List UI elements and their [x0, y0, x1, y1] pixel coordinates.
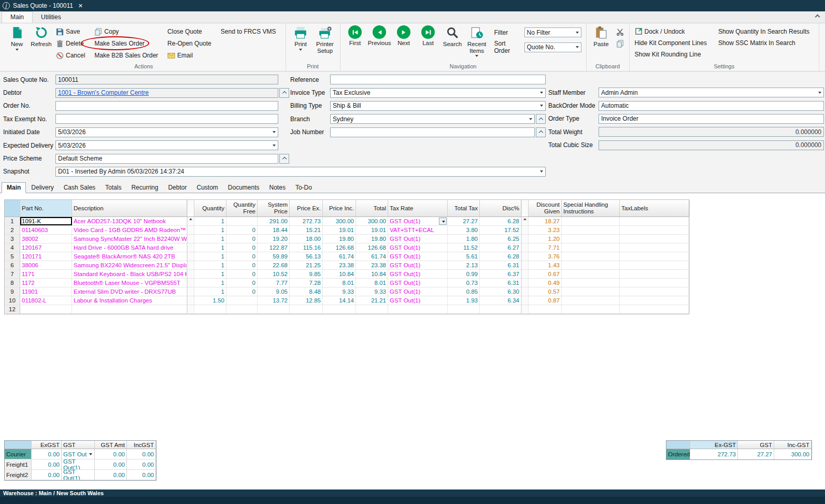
cell-tax-rate[interactable]: GST Out(1): [388, 287, 448, 296]
cell-price-inc[interactable]: 126.68: [323, 243, 356, 252]
cell-description[interactable]: Labour & Installation Charges: [72, 296, 187, 305]
cell-quantity-free[interactable]: [226, 217, 258, 225]
close-icon[interactable]: ✕: [78, 3, 83, 9]
sort-order-dropdown[interactable]: Quote No.: [524, 42, 581, 52]
cell-price-inc[interactable]: [323, 305, 356, 313]
cell-price-ex[interactable]: 15.21: [290, 226, 323, 234]
cell-special-handling[interactable]: [562, 226, 620, 234]
freight-header-exgst[interactable]: ExGST: [32, 441, 62, 449]
cell-disc-percent[interactable]: 6.28: [480, 217, 521, 225]
column-split[interactable]: [187, 235, 194, 243]
cell-system-price[interactable]: 18.44: [258, 226, 290, 234]
column-split[interactable]: [521, 270, 529, 278]
last-button[interactable]: Last: [416, 24, 440, 47]
cell-disc-percent[interactable]: 6.27: [480, 243, 521, 252]
send-to-frcs-vms-button[interactable]: Send to FRCS VMS: [219, 26, 278, 37]
cell-price-ex[interactable]: 9.85: [290, 270, 323, 278]
column-split[interactable]: [187, 243, 194, 252]
cell-part-no[interactable]: 01140603: [20, 226, 72, 234]
debtor-link[interactable]: 1001 - Brown's Computer Centre: [58, 89, 149, 96]
branch-dropdown[interactable]: Sydney: [330, 114, 535, 124]
cell-description[interactable]: Seagate® BlackArmor® NAS 420 2TB: [72, 252, 187, 261]
cell-quantity-free[interactable]: 0: [226, 252, 258, 261]
chevron-down-icon[interactable]: [540, 105, 543, 107]
freight-incgst-cell[interactable]: 0.00: [127, 449, 156, 459]
save-button[interactable]: Save: [54, 26, 87, 37]
cell-disc-percent[interactable]: 6.31: [480, 279, 521, 287]
column-header-total-tax[interactable]: Total Tax: [448, 200, 480, 217]
cell-part-no[interactable]: 1172: [20, 279, 72, 287]
column-split[interactable]: [521, 279, 529, 287]
cell-system-price[interactable]: 22.68: [258, 261, 290, 269]
cell-part-no[interactable]: 120167: [20, 243, 72, 252]
cell-description[interactable]: Bluetooth® Laser Mouse - VGPBMS55T: [72, 279, 187, 287]
cell-quantity[interactable]: 1: [194, 270, 226, 278]
cell-total-tax[interactable]: 27.27: [448, 217, 480, 225]
show-ssc-matrix-in-search-button[interactable]: Show SSC Matrix In Search: [717, 38, 811, 48]
detail-tab[interactable]: Main: [2, 182, 26, 193]
cell-taxlabels[interactable]: [620, 252, 690, 261]
freight-exgst-cell[interactable]: 0.00: [32, 449, 62, 459]
ribbon-tab-main[interactable]: Main: [2, 11, 33, 23]
cell-system-price[interactable]: 291.00: [258, 217, 290, 225]
row-number[interactable]: 3: [5, 235, 20, 243]
cell-special-handling[interactable]: [562, 296, 620, 305]
cell-price-inc[interactable]: 23.38: [323, 261, 356, 269]
cell-total[interactable]: 61.74: [356, 252, 388, 261]
cell-special-handling[interactable]: [562, 305, 620, 313]
column-split[interactable]: [521, 261, 529, 269]
chevron-down-icon[interactable]: [273, 131, 276, 133]
column-header-price-ex[interactable]: Price Ex.: [290, 200, 323, 217]
column-header-quantity-free[interactable]: Quantity Free: [226, 200, 258, 217]
cell-total-tax[interactable]: 0.85: [448, 287, 480, 296]
cell-quantity[interactable]: 1.50: [194, 296, 226, 305]
cell-price-ex[interactable]: 56.13: [290, 252, 323, 261]
cell-taxlabels[interactable]: [620, 243, 690, 252]
dock-undock-button[interactable]: Dock / Undock: [633, 26, 708, 36]
row-number[interactable]: 8: [5, 279, 20, 287]
freight-header-gst[interactable]: GST: [62, 441, 95, 449]
cell-tax-rate[interactable]: GST Out(1): [388, 217, 448, 225]
cell-taxlabels[interactable]: [620, 217, 690, 225]
cell-total[interactable]: 19.01: [356, 226, 388, 234]
ribbon-tab-utilities[interactable]: Utilities: [33, 12, 69, 23]
cell-special-handling[interactable]: [562, 270, 620, 278]
detail-tab[interactable]: To-Do: [291, 183, 317, 193]
cell-system-price[interactable]: 9.05: [258, 287, 290, 296]
cut-button[interactable]: [615, 26, 625, 37]
cell-price-ex[interactable]: 8.48: [290, 287, 323, 296]
cell-system-price[interactable]: 122.87: [258, 243, 290, 252]
column-split[interactable]: [187, 261, 194, 269]
column-split[interactable]: [187, 200, 194, 217]
job-number-expand-button[interactable]: [536, 127, 546, 137]
cell-taxlabels[interactable]: [620, 305, 690, 313]
initiated-date-field[interactable]: 5/03/2026: [55, 127, 278, 137]
cell-quantity[interactable]: 1: [194, 243, 226, 252]
chevron-down-icon[interactable]: [273, 145, 276, 147]
cell-quantity-free[interactable]: 0: [226, 243, 258, 252]
column-header-total[interactable]: Total: [356, 200, 388, 217]
cell-price-inc[interactable]: 14.14: [323, 296, 356, 305]
cell-total-tax[interactable]: 5.61: [448, 252, 480, 261]
cell-price-inc[interactable]: 9.33: [323, 287, 356, 296]
cell-tax-rate[interactable]: GST Out(1): [388, 279, 448, 287]
freight-row-label[interactable]: Freight2: [5, 470, 32, 480]
row-number[interactable]: 10: [5, 296, 20, 305]
cell-special-handling[interactable]: [562, 279, 620, 287]
freight-row-label[interactable]: Courier: [5, 449, 32, 459]
debtor-field[interactable]: 1001 - Brown's Computer Centre: [55, 88, 278, 98]
column-split[interactable]: [187, 287, 194, 296]
detail-tab[interactable]: Delivery: [26, 183, 58, 193]
cell-description[interactable]: Samsung SyncMaster 22" Inch B2240W Wide: [72, 235, 187, 243]
column-split[interactable]: [187, 226, 194, 234]
cell-taxlabels[interactable]: [620, 261, 690, 269]
column-header-description[interactable]: Description: [72, 200, 187, 217]
cell-taxlabels[interactable]: [620, 279, 690, 287]
backorder-mode-field[interactable]: Automatic: [599, 101, 824, 111]
cell-total-tax[interactable]: 11.52: [448, 243, 480, 252]
filter-dropdown[interactable]: No Filter: [524, 27, 581, 37]
column-split[interactable]: [521, 217, 529, 225]
freight-gst-amt-cell[interactable]: 0.00: [95, 449, 127, 459]
column-header-taxlabels[interactable]: TaxLabels: [620, 200, 690, 217]
cell-description[interactable]: Samsung BX2240 Widescreen 21.5" Display: [72, 261, 187, 269]
